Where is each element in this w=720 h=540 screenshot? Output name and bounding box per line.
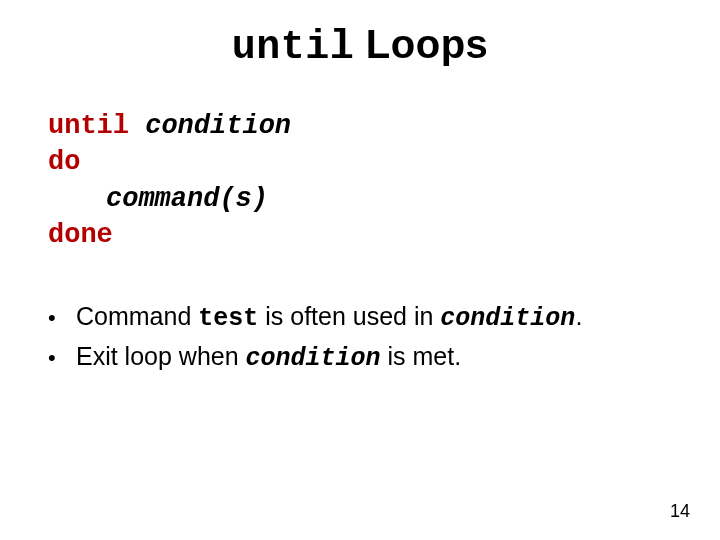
bullet-dot-icon: •	[48, 343, 76, 373]
b1-pre: Command	[76, 302, 198, 330]
keyword-done: done	[48, 220, 113, 250]
bullet-2-text: Exit loop when condition is met.	[76, 340, 720, 376]
slide-title: until Loops	[0, 0, 720, 70]
code-line-1: until condition	[48, 108, 720, 144]
bullet-dot-icon: •	[48, 303, 76, 333]
slide: until Loops until condition do command(s…	[0, 0, 720, 540]
b2-pre: Exit loop when	[76, 342, 246, 370]
keyword-until: until	[48, 111, 145, 141]
code-line-3: command(s)	[48, 181, 720, 217]
page-number: 14	[670, 501, 690, 522]
b1-code-test: test	[198, 304, 258, 333]
bullet-list: • Command test is often used in conditio…	[48, 300, 720, 376]
b1-condition: condition	[440, 304, 575, 333]
code-commands: command(s)	[48, 181, 268, 217]
code-condition: condition	[145, 111, 291, 141]
title-keyword: until	[232, 25, 355, 70]
bullet-2: • Exit loop when condition is met.	[48, 340, 720, 376]
title-rest: Loops	[354, 22, 488, 66]
code-line-4: done	[48, 217, 720, 253]
code-block: until condition do command(s) done	[48, 108, 720, 254]
b2-post: is met.	[381, 342, 462, 370]
b2-condition: condition	[246, 344, 381, 373]
b1-mid: is often used in	[258, 302, 440, 330]
b1-post: .	[575, 302, 582, 330]
code-line-2: do	[48, 144, 720, 180]
bullet-1-text: Command test is often used in condition.	[76, 300, 720, 336]
keyword-do: do	[48, 147, 80, 177]
bullet-1: • Command test is often used in conditio…	[48, 300, 720, 336]
